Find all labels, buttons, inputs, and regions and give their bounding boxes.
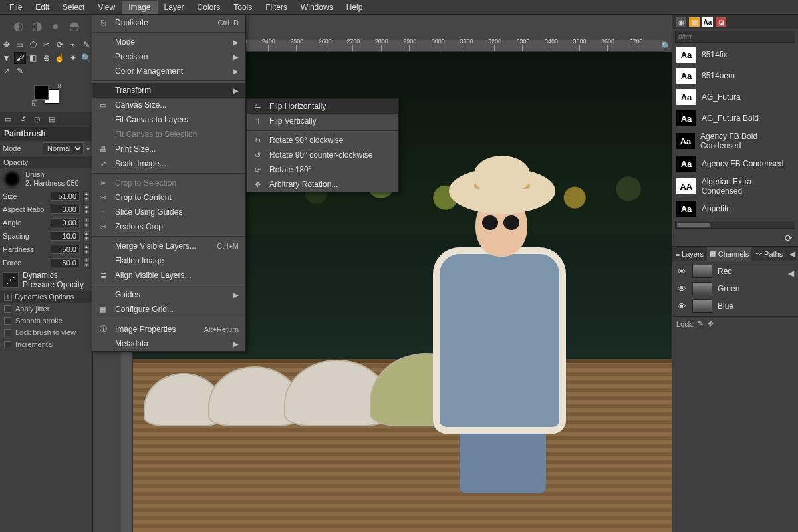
menu-item-guides[interactable]: Guides▶ xyxy=(92,287,245,302)
rotate-tool-icon[interactable]: ⟳ xyxy=(54,39,66,51)
menu-item-flatten-image[interactable]: Flatten Image xyxy=(92,253,245,268)
brush-selector[interactable]: Brush 2. Hardness 050 xyxy=(0,168,92,190)
slider-value[interactable]: 51.00 xyxy=(51,192,80,201)
menu-filters[interactable]: Filters xyxy=(259,1,294,14)
menu-item-fit-canvas-to-layers[interactable]: Fit Canvas to Layers xyxy=(92,112,245,127)
font-item[interactable]: AaAG_Futura xyxy=(672,86,798,108)
zoom-tool-icon[interactable]: 🔍 xyxy=(80,52,92,64)
menu-item-rotate-90-clockwise[interactable]: ↻Rotate 90° clockwise xyxy=(247,133,398,148)
menu-item-rotate-90-counter-clockwise[interactable]: ↺Rotate 90° counter-clockwise xyxy=(247,148,398,162)
lock-pixels-icon[interactable]: ✎ xyxy=(698,319,704,328)
channel-blue[interactable]: 👁Blue xyxy=(672,297,798,315)
checkbox-smooth-stroke[interactable]: Smooth stroke xyxy=(0,315,92,327)
mode-select[interactable]: Normal xyxy=(43,142,84,154)
visibility-eye-icon[interactable]: 👁 xyxy=(676,284,687,294)
menu-item-scale-image[interactable]: ⤢Scale Image... xyxy=(92,156,245,171)
spin-up-icon[interactable]: ▲ xyxy=(83,257,90,263)
menu-help[interactable]: Help xyxy=(340,1,370,14)
spin-down-icon[interactable]: ▼ xyxy=(83,249,90,255)
panel-config-icon[interactable]: ◀ xyxy=(785,269,797,278)
crop-tool-icon[interactable]: ✂ xyxy=(41,39,53,51)
spin-down-icon[interactable]: ▼ xyxy=(83,223,90,228)
checkbox-apply-jitter[interactable]: Apply jitter xyxy=(0,303,92,315)
font-item[interactable]: AaAppetite xyxy=(672,198,798,219)
device-status-tab-icon[interactable]: ↺ xyxy=(17,114,28,124)
spin-up-icon[interactable]: ▲ xyxy=(83,244,90,249)
menu-colors[interactable]: Colors xyxy=(191,1,227,14)
brushes-tab-icon[interactable]: ◉ xyxy=(675,17,687,27)
menu-item-print-size[interactable]: 🖶Print Size... xyxy=(92,142,245,156)
dynamics-row[interactable]: ⋰ Dynamics Pressure Opacity xyxy=(0,269,92,291)
fg-color-swatch[interactable] xyxy=(34,85,49,100)
tool-options-tab-icon[interactable]: ▭ xyxy=(3,114,13,124)
path-tool-icon[interactable]: ✦ xyxy=(67,52,79,64)
menu-item-slice-using-guides[interactable]: ⌗Slice Using Guides xyxy=(92,205,245,219)
visibility-eye-icon[interactable]: 👁 xyxy=(676,267,687,277)
spin-up-icon[interactable]: ▲ xyxy=(83,204,90,209)
rect-select-tool-icon[interactable]: ▭ xyxy=(14,39,26,51)
menu-item-transform[interactable]: Transform▶ xyxy=(92,83,245,98)
menu-item-precision[interactable]: Precision▶ xyxy=(92,49,245,64)
font-item[interactable]: Aa8514fix xyxy=(672,44,798,65)
spin-up-icon[interactable]: ▲ xyxy=(83,191,90,196)
slider-value[interactable]: 0.00 xyxy=(51,205,80,214)
font-item[interactable]: AaAG_Futura Bold xyxy=(672,108,798,129)
font-item[interactable]: AAAlgerian Extra-Condensed xyxy=(672,174,798,198)
slider-value[interactable]: 50.0 xyxy=(51,258,80,267)
menu-image[interactable]: Image xyxy=(122,1,157,14)
menu-item-flip-vertically[interactable]: ⥮Flip Vertically xyxy=(247,114,398,128)
history-tab-icon[interactable]: ◪ xyxy=(715,17,727,27)
menu-layer[interactable]: Layer xyxy=(158,1,191,14)
warp-tool-icon[interactable]: ⌁ xyxy=(67,39,79,51)
smudge-tool-icon[interactable]: ☝ xyxy=(54,52,66,64)
clone-tool-icon[interactable]: ⊕ xyxy=(41,52,53,64)
menu-item-flip-horizontally[interactable]: ⇋Flip Horizontally xyxy=(247,99,398,114)
measure-tool-icon[interactable]: ↗ xyxy=(1,65,13,77)
font-list-scrollbar[interactable] xyxy=(675,221,795,229)
spin-up-icon[interactable]: ▲ xyxy=(83,217,90,223)
menu-item-metadata[interactable]: Metadata▶ xyxy=(92,336,245,351)
panel-menu-icon[interactable]: ◀ xyxy=(786,247,798,261)
reset-colors-icon[interactable]: ◱ xyxy=(31,99,37,106)
tab-layers[interactable]: ≡Layers xyxy=(672,247,707,261)
font-item[interactable]: Aa8514oem xyxy=(672,65,798,86)
menu-tools[interactable]: Tools xyxy=(227,1,259,14)
spin-up-icon[interactable]: ▲ xyxy=(83,231,90,236)
refresh-icon[interactable]: ⟳ xyxy=(785,233,793,243)
tab-channels[interactable]: ▦Channels xyxy=(707,247,751,261)
spin-down-icon[interactable]: ▼ xyxy=(83,236,90,241)
menu-edit[interactable]: Edit xyxy=(29,1,56,14)
fonts-tab-icon[interactable]: Aa xyxy=(702,17,714,27)
navigation-icon[interactable]: 🔍 xyxy=(661,41,670,51)
menu-item-configure-grid[interactable]: ▦Configure Grid... xyxy=(92,302,245,317)
font-item[interactable]: AaAgency FB Bold Condensed xyxy=(672,129,798,153)
channel-red[interactable]: 👁Red xyxy=(672,263,798,280)
color-picker-tool-icon[interactable]: ✎ xyxy=(14,65,26,77)
font-item[interactable]: AaAgency FB Condensed xyxy=(672,153,798,174)
checkbox-lock-brush-to-view[interactable]: Lock brush to view xyxy=(0,327,92,338)
menu-item-merge-visible-layers[interactable]: Merge Visible Layers...Ctrl+M xyxy=(92,239,245,253)
swap-colors-icon[interactable]: ⤭ xyxy=(57,82,62,90)
undo-history-tab-icon[interactable]: ◷ xyxy=(32,114,43,124)
font-filter-input[interactable] xyxy=(675,31,795,43)
images-tab-icon[interactable]: ▤ xyxy=(47,114,57,124)
menu-select[interactable]: Select xyxy=(56,1,91,14)
menu-item-duplicate[interactable]: ⎘DuplicateCtrl+D xyxy=(92,15,245,30)
spin-down-icon[interactable]: ▼ xyxy=(83,263,90,268)
slider-value[interactable]: 50.0 xyxy=(51,245,80,254)
menu-item-crop-to-content[interactable]: ✂Crop to Content xyxy=(92,190,245,205)
visibility-eye-icon[interactable]: 👁 xyxy=(676,301,687,311)
menu-file[interactable]: File xyxy=(3,1,29,14)
paintbrush-tool-icon[interactable]: 🖌 xyxy=(14,52,26,64)
dynamics-options-expander[interactable]: + Dynamics Options xyxy=(0,291,92,303)
fg-bg-color-widget[interactable]: ⤭ ◱ xyxy=(31,82,62,106)
menu-item-color-management[interactable]: Color Management▶ xyxy=(92,64,245,78)
lock-position-icon[interactable]: ✥ xyxy=(708,319,714,328)
menu-item-arbitrary-rotation[interactable]: ✥Arbitrary Rotation... xyxy=(247,177,398,192)
menu-view[interactable]: View xyxy=(91,1,122,14)
spin-down-icon[interactable]: ▼ xyxy=(83,196,90,201)
menu-item-canvas-size[interactable]: ▭Canvas Size... xyxy=(92,98,245,112)
checkbox-incremental[interactable]: Incremental xyxy=(0,338,92,350)
spin-down-icon[interactable]: ▼ xyxy=(83,209,90,215)
free-select-tool-icon[interactable]: ⬠ xyxy=(27,39,39,51)
